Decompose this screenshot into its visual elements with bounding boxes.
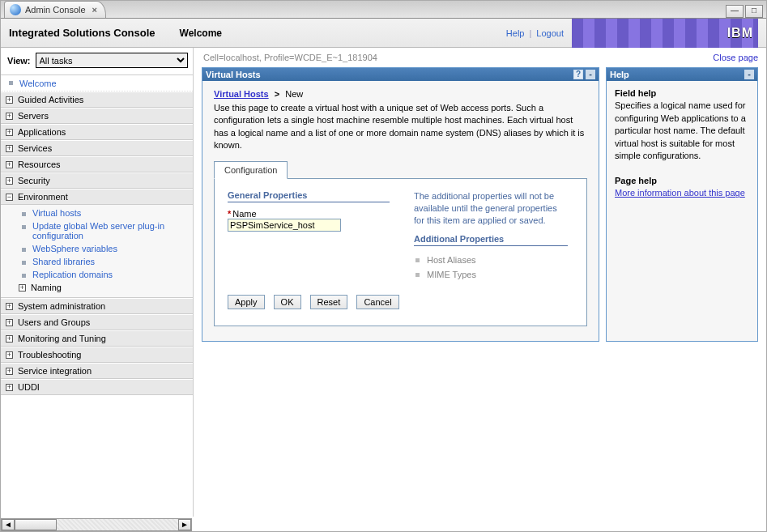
nav-services[interactable]: +Services xyxy=(1,140,193,156)
more-info-link[interactable]: More information about this page xyxy=(615,188,745,198)
help-panel-header: Help - xyxy=(607,68,757,81)
scroll-track[interactable] xyxy=(57,519,178,530)
scroll-right-icon[interactable]: ► xyxy=(178,519,191,530)
nav-tree: Welcome +Guided Activities +Servers +App… xyxy=(1,74,193,517)
nav-naming[interactable]: +Naming xyxy=(1,281,193,294)
expand-icon[interactable]: + xyxy=(6,335,13,343)
nav-applications[interactable]: +Applications xyxy=(1,124,193,140)
nav-guided-activities[interactable]: +Guided Activities xyxy=(1,92,193,108)
panel-minimize-icon[interactable]: - xyxy=(586,70,595,79)
nav-welcome[interactable]: Welcome xyxy=(1,75,193,92)
breadcrumb: Virtual Hosts > New xyxy=(214,89,587,99)
button-row: Apply OK Reset Cancel xyxy=(228,295,573,309)
logout-link[interactable]: Logout xyxy=(536,28,564,38)
expand-icon[interactable]: + xyxy=(6,161,13,168)
expand-icon[interactable]: + xyxy=(6,319,13,326)
brand-banner: IBM xyxy=(572,19,758,48)
breadcrumb-sep: > xyxy=(275,89,279,99)
panel-title: Virtual Hosts xyxy=(206,70,261,79)
reset-button[interactable]: Reset xyxy=(310,295,348,309)
nav-virtual-hosts[interactable]: Virtual hosts xyxy=(1,206,193,219)
apply-button[interactable]: Apply xyxy=(228,295,265,309)
help-link[interactable]: Help xyxy=(506,28,525,38)
help-body: Field help Specifies a logical name used… xyxy=(607,81,757,206)
nav-update-plugin[interactable]: Update global Web server plug-in configu… xyxy=(1,219,193,242)
scroll-thumb[interactable] xyxy=(15,519,57,530)
collapse-icon[interactable]: − xyxy=(6,194,13,201)
console-title: Integrated Solutions Console xyxy=(9,27,156,39)
expand-icon[interactable]: + xyxy=(6,129,13,136)
window-controls: — □ xyxy=(724,5,766,18)
browser-tab[interactable]: Admin Console × xyxy=(4,1,106,18)
field-help-text: Specifies a logical name used for config… xyxy=(615,100,746,160)
panel-body: Virtual Hosts > New Use this page to cre… xyxy=(202,81,599,341)
nav-service-integration[interactable]: +Service integration xyxy=(1,363,193,379)
general-properties-col: General Properties *Name xyxy=(228,190,390,282)
expand-icon[interactable]: + xyxy=(19,284,26,292)
nav-uddi[interactable]: +UDDI xyxy=(1,379,193,395)
sidebar-hscrollbar[interactable]: ◄ ► xyxy=(1,518,192,531)
additional-properties-col: The additional properties will not be av… xyxy=(414,190,568,282)
nav-shared-libraries[interactable]: Shared libraries xyxy=(1,255,193,268)
ibm-logo: IBM xyxy=(727,26,753,40)
close-tab-icon[interactable]: × xyxy=(92,5,97,15)
page-help-heading: Page help xyxy=(615,176,657,185)
expand-icon[interactable]: + xyxy=(6,368,13,375)
minimize-button[interactable]: — xyxy=(726,5,744,18)
nav-security[interactable]: +Security xyxy=(1,172,193,189)
bullet-icon xyxy=(9,81,13,85)
maximize-button[interactable]: □ xyxy=(745,5,763,18)
nav-system-administration[interactable]: +System administration xyxy=(1,298,193,314)
ok-button[interactable]: OK xyxy=(274,295,301,309)
tab-configuration[interactable]: Configuration xyxy=(214,161,288,179)
window-tabstrip: Admin Console × — □ xyxy=(1,1,766,19)
breadcrumb-current: New xyxy=(285,89,303,99)
welcome-label: Welcome xyxy=(180,28,222,39)
content-area: Cell=localhost, Profile=WCDE_E~1_181904 … xyxy=(194,48,766,517)
expand-icon[interactable]: + xyxy=(6,351,13,359)
nav-resources[interactable]: +Resources xyxy=(1,156,193,172)
cancel-button[interactable]: Cancel xyxy=(356,295,398,309)
nav-replication-domains[interactable]: Replication domains xyxy=(1,268,193,281)
expand-icon[interactable]: + xyxy=(6,96,13,104)
separator: | xyxy=(529,28,531,38)
tab-row: Configuration xyxy=(214,160,587,178)
context-line: Cell=localhost, Profile=WCDE_E~1_181904 … xyxy=(202,51,758,67)
expand-icon[interactable]: + xyxy=(6,145,13,152)
scroll-left-icon[interactable]: ◄ xyxy=(2,519,15,530)
virtual-hosts-panel: Virtual Hosts ? - Virtual Hosts > New Us… xyxy=(202,67,599,342)
header-bar: Integrated Solutions Console Welcome Hel… xyxy=(1,19,766,48)
breadcrumb-link[interactable]: Virtual Hosts xyxy=(214,89,269,99)
expand-icon[interactable]: + xyxy=(6,113,13,120)
name-label: Name xyxy=(232,209,256,219)
expand-icon[interactable]: + xyxy=(6,177,13,185)
ap-mime-types: MIME Types xyxy=(414,267,568,282)
nav-troubleshooting[interactable]: +Troubleshooting xyxy=(1,347,193,363)
nav-websphere-variables[interactable]: WebSphere variables xyxy=(1,242,193,255)
nav-welcome-link[interactable]: Welcome xyxy=(19,79,57,88)
panel-help-icon[interactable]: ? xyxy=(573,70,583,79)
ap-host-aliases: Host Aliases xyxy=(414,253,568,267)
close-page-link[interactable]: Close page xyxy=(713,53,758,62)
nav-servers[interactable]: +Servers xyxy=(1,108,193,124)
expand-icon[interactable]: + xyxy=(6,384,13,391)
nav-users-groups[interactable]: +Users and Groups xyxy=(1,314,193,330)
help-panel-title: Help xyxy=(610,70,629,79)
panel-header: Virtual Hosts ? - xyxy=(202,68,599,81)
browser-tab-title: Admin Console xyxy=(25,5,86,15)
additional-properties-heading: Additional Properties xyxy=(414,234,568,246)
view-select[interactable]: All tasks xyxy=(36,53,188,68)
expand-icon[interactable]: + xyxy=(6,303,13,310)
field-help-heading: Field help xyxy=(615,88,656,98)
nav-environment[interactable]: −Environment xyxy=(1,189,193,205)
globe-icon xyxy=(10,4,21,15)
required-icon: * xyxy=(228,209,231,219)
nav-monitoring-tuning[interactable]: +Monitoring and Tuning xyxy=(1,330,193,347)
name-input[interactable] xyxy=(228,219,341,232)
context-text: Cell=localhost, Profile=WCDE_E~1_181904 xyxy=(203,53,377,62)
form-box: General Properties *Name The additional … xyxy=(214,178,587,326)
panel-minimize-icon[interactable]: - xyxy=(744,70,754,79)
help-panel: Help - Field help Specifies a logical na… xyxy=(606,67,758,342)
view-label: View: xyxy=(7,56,31,66)
sidebar: View: All tasks Welcome +Guided Activiti… xyxy=(1,48,194,517)
